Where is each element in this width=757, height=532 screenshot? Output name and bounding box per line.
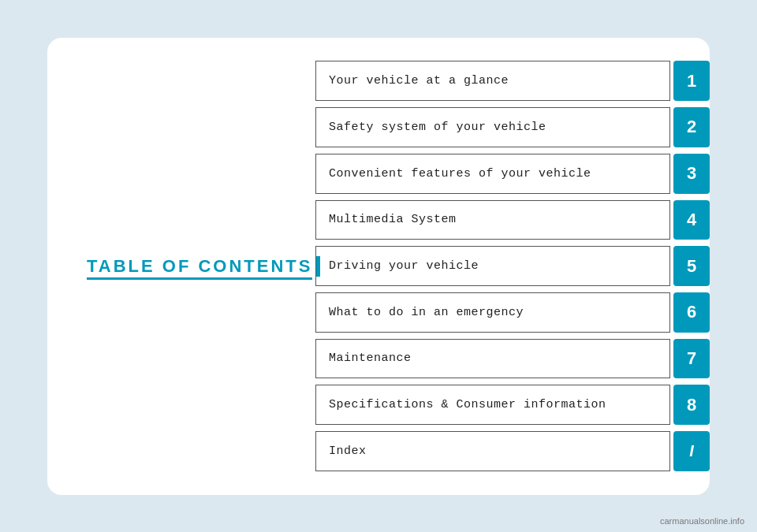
toc-row[interactable]: Driving your vehicle5 [315, 246, 710, 286]
toc-row[interactable]: Convenient features of your vehicle3 [315, 154, 710, 194]
toc-row[interactable]: What to do in an emergency6 [315, 292, 710, 333]
watermark: carmanualsonline.info [660, 516, 744, 526]
toc-row[interactable]: Safety system of your vehicle2 [315, 107, 710, 147]
toc-item-3: Convenient features of your vehicle [315, 154, 670, 194]
left-panel: TABLE OF CONTENTS [47, 38, 315, 495]
toc-number-6: 6 [673, 292, 710, 333]
page-container: TABLE OF CONTENTS Your vehicle at a glan… [0, 0, 757, 532]
toc-row[interactable]: Maintenance7 [315, 339, 710, 379]
toc-item-8: Specifications & Consumer information [315, 385, 670, 425]
toc-item-1: Your vehicle at a glance [315, 61, 670, 101]
toc-number-4: 4 [673, 200, 710, 240]
toc-row[interactable]: Multimedia System4 [315, 200, 710, 240]
toc-number-1: 1 [673, 61, 710, 101]
toc-list: Your vehicle at a glance1Safety system o… [315, 38, 710, 495]
toc-row[interactable]: Your vehicle at a glance1 [315, 61, 710, 101]
toc-underline [87, 277, 312, 280]
toc-item-5: Driving your vehicle [315, 246, 670, 286]
toc-number-7: 7 [673, 339, 710, 379]
toc-item-9: Index [315, 431, 670, 471]
toc-item-7: Maintenance [315, 339, 670, 379]
toc-row[interactable]: Specifications & Consumer information8 [315, 385, 710, 425]
toc-number-5: 5 [673, 246, 710, 286]
toc-title: TABLE OF CONTENTS [87, 256, 312, 277]
toc-title-wrapper: TABLE OF CONTENTS [87, 256, 312, 277]
toc-item-6: What to do in an emergency [315, 292, 670, 333]
toc-number-8: 8 [673, 385, 710, 425]
toc-number-9: I [673, 431, 710, 471]
toc-accent-bar [316, 256, 320, 277]
toc-item-2: Safety system of your vehicle [315, 107, 670, 147]
toc-row[interactable]: IndexI [315, 431, 710, 471]
toc-item-4: Multimedia System [315, 200, 670, 240]
toc-number-2: 2 [673, 107, 710, 147]
toc-number-3: 3 [673, 154, 710, 194]
white-card: TABLE OF CONTENTS Your vehicle at a glan… [47, 38, 710, 495]
